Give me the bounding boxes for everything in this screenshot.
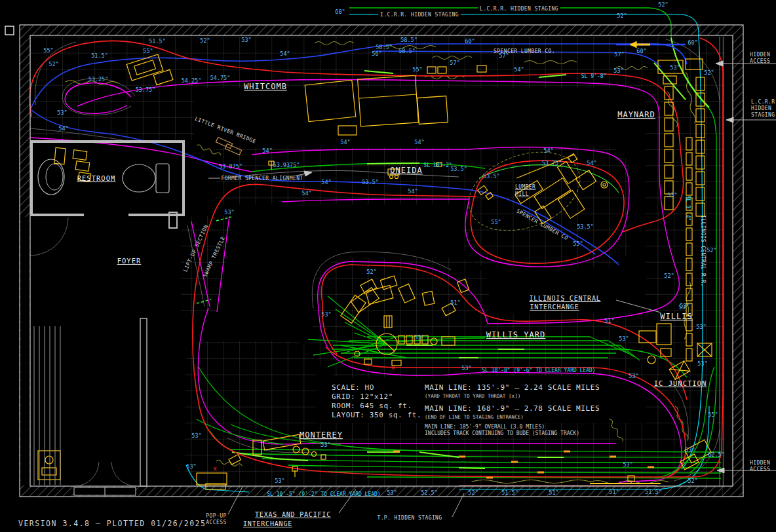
measurement-label: 52" (468, 489, 478, 496)
measurement-label: 54" (280, 50, 290, 57)
map-label: HIDDEN (750, 52, 770, 58)
map-label: SL 10'-2" (423, 162, 452, 168)
map-label: ACCESS (206, 520, 226, 525)
map-label: POP-UP (206, 513, 226, 519)
measurement-label: 53" (191, 432, 201, 439)
measurement-label: 53" (697, 360, 707, 367)
measurement-label: 54.75" (210, 75, 231, 81)
measurement-label: 53.5" (362, 179, 379, 185)
room-text: ROOM: 645 sq. ft. (332, 402, 412, 410)
measurement-label: 55" (43, 47, 53, 54)
map-label: SL 10'-5" (9'-2" TO CLEAR YARD LEAD) (267, 491, 380, 497)
map-label: INTERCHANGE (530, 303, 579, 311)
measurement-label: 54" (301, 190, 311, 197)
measurement-label: 54" (262, 147, 272, 154)
measurement-label: 53" (320, 442, 330, 448)
measurement-label: 53" (667, 192, 677, 199)
measurement-label: 52" (658, 1, 668, 8)
measurement-label: 51.5" (645, 489, 662, 495)
map-label: MILL (515, 191, 529, 197)
measurement-label: 51" (609, 489, 619, 495)
measurement-label: 53.5" (577, 223, 594, 230)
measurement-label: 53" (678, 304, 688, 311)
measurement-label: 58.5" (400, 37, 417, 43)
layout-text: LAYOUT: 350 sq. ft. (332, 411, 421, 419)
measurement-label: 60" (636, 48, 646, 54)
measurement-label: 52" (704, 69, 714, 76)
measurement-label: 54" (408, 188, 417, 195)
map-label: SL 9'-8" (581, 73, 607, 79)
map-label: SL 9'-4" (685, 196, 691, 221)
scale-text: SCALE: HO (332, 383, 374, 392)
map-label: MONTEREY (300, 430, 343, 440)
measurement-label: 53" (57, 109, 67, 116)
map-label: IC JUNCTION (654, 379, 707, 387)
measurement-label: 54" (514, 66, 524, 73)
measurement-label: 55" (491, 219, 501, 225)
map-label: SPENCER LUMBER CO. (494, 48, 555, 54)
measurement-label: 53" (461, 365, 471, 371)
measurement-label: 60" (688, 39, 697, 46)
measurement-label: 51.5" (91, 52, 108, 59)
map-label: INTERCHANGE (243, 520, 292, 527)
measurement-label: 53" (414, 334, 424, 341)
measurement-label: 53" (623, 461, 632, 468)
measurement-label: 53" (321, 311, 331, 318)
measurement-label: 58.5" (398, 48, 416, 54)
measurement-label: 52" (664, 273, 674, 279)
map-label: FORMER SPENCER ALIGNMENT (221, 176, 303, 181)
map-label: ONEIDA (390, 166, 422, 175)
measurement-label: 53.5" (450, 166, 467, 172)
mainline3-text: MAIN LINE: 185'-9" OVERALL (3.0 MILES) (425, 424, 545, 430)
measurement-label: 52" (617, 12, 627, 19)
measurement-label: 57" (614, 51, 624, 58)
measurement-label: 53" (275, 478, 284, 484)
map-label: HIDDEN (751, 105, 771, 111)
measurement-label: 53" (629, 373, 638, 379)
measurement-label: 51.5" (501, 489, 518, 496)
mainline2-note: (END OF LINE TO STAGING ENTRANCE) (425, 414, 524, 420)
measurement-label: 53.875" (219, 163, 242, 170)
measurement-label: 52" (688, 478, 697, 484)
track-plan-canvas: 60"52"52"55"51.5"52"51.5"55"52"53"54"53.… (0, 0, 776, 532)
measurement-label: 53" (670, 64, 680, 71)
measurement-label: 57" (450, 60, 459, 66)
map-label: L.C.R.R. (751, 99, 776, 105)
map-label: WILLIS (660, 312, 692, 321)
measurement-label: 52" (366, 269, 376, 275)
mainline1-text: MAIN LINE: 135'-9" – 2.24 SCALE MILES (425, 383, 600, 392)
measurement-label: 53" (613, 67, 623, 74)
map-label: ACCESS (750, 58, 770, 64)
measurement-label: 53" (619, 335, 629, 342)
measurement-label: 51.5" (149, 38, 166, 45)
map-label: ILLINOIS CENTRAL (529, 295, 600, 302)
mainline2-text: MAIN LINE: 168'-9" – 2.78 SCALE MILES (425, 404, 600, 413)
map-label: MAYNARD (617, 110, 655, 119)
measurement-label: 54.25" (182, 77, 202, 84)
map-label: ACCESS (750, 466, 770, 472)
measurement-label: 55" (143, 48, 153, 54)
measurement-label: 53.75" (136, 86, 156, 93)
map-label: x (391, 364, 395, 371)
map-label: T.P. HIDDEN STAGING (377, 515, 442, 521)
measurement-label: 53" (186, 463, 196, 470)
measurement-label: 55" (708, 411, 718, 418)
map-label: STAGING (751, 112, 775, 118)
measurement-label: 60" (335, 9, 345, 15)
mainline3-note: INCLUDES TRACK CONTINUING TO BUDE (STAGI… (425, 430, 579, 436)
map-label: ILLINOIS CENTRAL R.R. (700, 215, 706, 287)
measurement-label: 53.75" (542, 160, 562, 166)
map-label: TEXAS AND PACIFIC (255, 511, 331, 518)
map-label: LUMBER (515, 184, 535, 190)
version-text: VERSION 3.4.8 – PLOTTED 01/26/2025 (18, 519, 206, 528)
grid-text: GRID: 12"x12" (332, 392, 393, 401)
map-label: WILLIS YARD (486, 330, 545, 339)
measurement-label: 53" (387, 489, 397, 496)
toilet (123, 164, 155, 192)
measurement-label: 51" (604, 318, 614, 324)
measurement-label: 60" (465, 38, 475, 45)
measurement-label: 53" (696, 324, 706, 330)
measurement-label: 54" (543, 147, 553, 154)
measurement-label: 52" (200, 37, 210, 44)
map-label: SL 10'-8" (9'-6" TO CLEAR YARD LEAD) (482, 368, 595, 373)
